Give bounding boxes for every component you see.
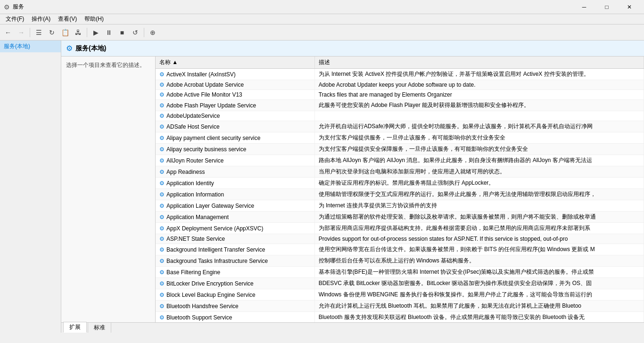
service-name: ⚙Bluetooth Support Service (156, 312, 314, 323)
table-row[interactable]: ⚙Block Level Backup Engine ServiceWindow… (156, 289, 644, 301)
table-row[interactable]: ⚙Application Management为通过组策略部署的软件处理安装、删… (156, 212, 644, 223)
menu-view[interactable]: 查看(V) (54, 14, 81, 24)
table-row[interactable]: ⚙Alipay security business service为支付宝客户端… (156, 144, 644, 155)
title-bar-left: ⚙ 服务 (4, 3, 24, 11)
menu-action[interactable]: 操作(A) (28, 14, 54, 24)
service-desc: 为 Internet 连接共享提供第三方协议插件的支持 (314, 200, 644, 212)
table-row[interactable]: ⚙BitLocker Drive Encryption ServiceBDESV… (156, 278, 644, 289)
service-desc: 使用空闲网络带宽在后台传送文件。如果该服务被禁用，则依赖于 BITS 的任何应用… (314, 244, 644, 255)
content-header: ⚙ 服务(本地) (61, 41, 644, 57)
pause-button[interactable]: ⏸ (103, 26, 115, 39)
table-row[interactable]: ⚙Bluetooth Handsfree Service允许在此计算机上运行无线… (156, 301, 644, 312)
refresh-button[interactable]: ↻ (46, 26, 58, 39)
table-row[interactable]: ⚙Adobe Active File Monitor V13Tracks fil… (156, 90, 644, 100)
table-row[interactable]: ⚙Bluetooth Support ServiceBluetooth 服务支持… (156, 312, 644, 323)
service-name: ⚙Application Management (156, 212, 314, 223)
window-title: 服务 (13, 3, 24, 11)
menu-file[interactable]: 文件(F) (2, 14, 28, 24)
col-name[interactable]: 名称 ▲ (156, 57, 314, 69)
service-name: ⚙Adobe Acrobat Update Service (156, 80, 314, 90)
service-desc: BDESVC 承载 BitLocker 驱动器加密服务。BitLocker 驱动… (314, 278, 644, 289)
service-desc (314, 111, 644, 121)
service-name: ⚙Background Tasks Infrastructure Service (156, 255, 314, 267)
service-name: ⚙Block Level Backup Engine Service (156, 289, 314, 301)
start-button[interactable]: ▶ (90, 26, 102, 39)
service-desc: Bluetooth 服务支持发现和关联远程 Bluetooth 设备。停止或禁用… (314, 312, 644, 323)
service-name: ⚙Background Intelligent Transfer Service (156, 244, 314, 255)
service-desc: 为支付宝客户端提供安全保障服务，一旦停止该服务，有可能影响你的支付业务安全 (314, 144, 644, 155)
properties-button[interactable]: 🖧 (72, 26, 84, 39)
export-button[interactable]: 📋 (59, 26, 71, 39)
table-row[interactable]: ⚙App Readiness当用户初次登录到这台电脑和添加新应用时，使应用进入就… (156, 166, 644, 178)
service-desc: Windows 备份使用 WBENGINE 服务执行备份和恢复操作。如果用户停止… (314, 289, 644, 301)
stop-button[interactable]: ■ (116, 26, 128, 39)
table-row[interactable]: ⚙Application Identity确定并验证应用程序的标识。禁用此服务将… (156, 178, 644, 189)
service-name: ⚙Base Filtering Engine (156, 267, 314, 278)
service-name: ⚙ActiveX Installer (AxInstSV) (156, 69, 314, 80)
table-row[interactable]: ⚙Base Filtering Engine基本筛选引擎(BFE)是一种管理防火… (156, 267, 644, 278)
sidebar-item-services-local[interactable]: 服务(本地) (0, 41, 61, 52)
service-name: ⚙App Readiness (156, 166, 314, 178)
toolbar-sep-3 (144, 28, 144, 37)
service-desc: 确定并验证应用程序的标识。禁用此服务将阻止强制执行 AppLocker。 (314, 178, 644, 189)
bottom-tabs: 扩展 标准 (61, 322, 644, 333)
service-desc: 当用户初次登录到这台电脑和添加新应用时，使应用进入就绪可用的状态。 (314, 166, 644, 178)
tab-extended[interactable]: 扩展 (63, 322, 87, 333)
table-pane: 名称 ▲ 描述 ⚙ActiveX Installer (AxInstSV)为从 … (156, 57, 644, 322)
maximize-button[interactable]: □ (596, 0, 618, 14)
service-desc: 为部署应用商店应用程序提供基础构支持。此服务根据需要启动，如果已禁用的应用商店应… (314, 223, 644, 234)
back-button[interactable]: ← (2, 26, 14, 39)
menu-help[interactable]: 帮助(H) (81, 14, 107, 24)
service-name: ⚙Alipay payment client security service (156, 132, 314, 144)
toolbar-sep-2 (87, 28, 87, 37)
service-name: ⚙Alipay security business service (156, 144, 314, 155)
service-name: ⚙ASP.NET State Service (156, 234, 314, 244)
desc-pane-text: 选择一个项目来查看它的描述。 (66, 62, 145, 68)
service-name: ⚙BitLocker Drive Encryption Service (156, 278, 314, 289)
service-name: ⚙AppX Deployment Service (AppXSVC) (156, 223, 314, 234)
service-desc: 基本筛选引擎(BFE)是一种管理防火墙和 Internet 协议安全(IPsec… (314, 267, 644, 278)
show-hide-button[interactable]: ☰ (33, 26, 45, 39)
close-button[interactable]: ✕ (619, 0, 640, 14)
table-row[interactable]: ⚙Application Information使用辅助管理权限便于交互式应用程… (156, 189, 644, 200)
more-button[interactable]: ⊕ (147, 26, 159, 39)
table-row[interactable]: ⚙AllJoyn Router Service路由本地 AllJoyn 客户端的… (156, 155, 644, 166)
service-desc: 允许开机自动运行ADSafe净网大师，提供全时功能服务。如果停止该服务，则计算机… (314, 121, 644, 132)
table-row[interactable]: ⚙Background Tasks Infrastructure Service… (156, 255, 644, 267)
table-row[interactable]: ⚙Alipay payment client security service为… (156, 132, 644, 144)
service-desc: Tracks files that are managed by Element… (314, 90, 644, 100)
services-table: 名称 ▲ 描述 ⚙ActiveX Installer (AxInstSV)为从 … (156, 57, 644, 322)
table-row[interactable]: ⚙ActiveX Installer (AxInstSV)为从 Internet… (156, 69, 644, 80)
service-name: ⚙Application Information (156, 189, 314, 200)
content-area: ⚙ 服务(本地) 选择一个项目来查看它的描述。 名称 ▲ 描述 (61, 41, 644, 333)
service-desc: Adobe Acrobat Updater keeps your Adobe s… (314, 80, 644, 90)
table-row[interactable]: ⚙Adobe Acrobat Update ServiceAdobe Acrob… (156, 80, 644, 90)
app-icon: ⚙ (4, 3, 10, 11)
table-row[interactable]: ⚙Application Layer Gateway Service为 Inte… (156, 200, 644, 212)
content-header-title: 服务(本地) (75, 44, 106, 53)
table-row[interactable]: ⚙AdobeUpdateService (156, 111, 644, 121)
service-name: ⚙AdobeUpdateService (156, 111, 314, 121)
service-desc: 路由本地 AllJoyn 客户端的 AllJoyn 消息。如果停止此服务，则自身… (314, 155, 644, 166)
service-name: ⚙AllJoyn Router Service (156, 155, 314, 166)
table-row[interactable]: ⚙AppX Deployment Service (AppXSVC)为部署应用商… (156, 223, 644, 234)
table-row[interactable]: ⚙Adobe Flash Player Update Service此服务可使您… (156, 100, 644, 111)
restart-button[interactable]: ↺ (129, 26, 141, 39)
forward-button: → (15, 26, 27, 39)
minimize-button[interactable]: ─ (573, 0, 595, 14)
service-name: ⚙Adobe Active File Monitor V13 (156, 90, 314, 100)
service-name: ⚙Bluetooth Handsfree Service (156, 301, 314, 312)
service-desc: 为从 Internet 安装 ActiveX 控件提供用户帐户控制验证，并基于组… (314, 69, 644, 80)
table-row[interactable]: ⚙Background Intelligent Transfer Service… (156, 244, 644, 255)
col-desc[interactable]: 描述 (314, 57, 644, 69)
tab-standard[interactable]: 标准 (88, 322, 111, 333)
service-desc: 为支付宝客户端提供服务，一旦停止该服务，有可能影响你的支付业务安全 (314, 132, 644, 144)
service-desc: 控制哪些后台任务可以在系统上运行的 Windows 基础构服务。 (314, 255, 644, 267)
table-header-row: 名称 ▲ 描述 (156, 57, 644, 69)
table-scroll[interactable]: 名称 ▲ 描述 ⚙ActiveX Installer (AxInstSV)为从 … (156, 57, 644, 322)
table-row[interactable]: ⚙ASP.NET State ServiceProvides support f… (156, 234, 644, 244)
table-row[interactable]: ⚙ADSafe Host Service允许开机自动运行ADSafe净网大师，提… (156, 121, 644, 132)
service-name: ⚙ADSafe Host Service (156, 121, 314, 132)
service-name: ⚙Application Layer Gateway Service (156, 200, 314, 212)
service-name: ⚙Adobe Flash Player Update Service (156, 100, 314, 111)
